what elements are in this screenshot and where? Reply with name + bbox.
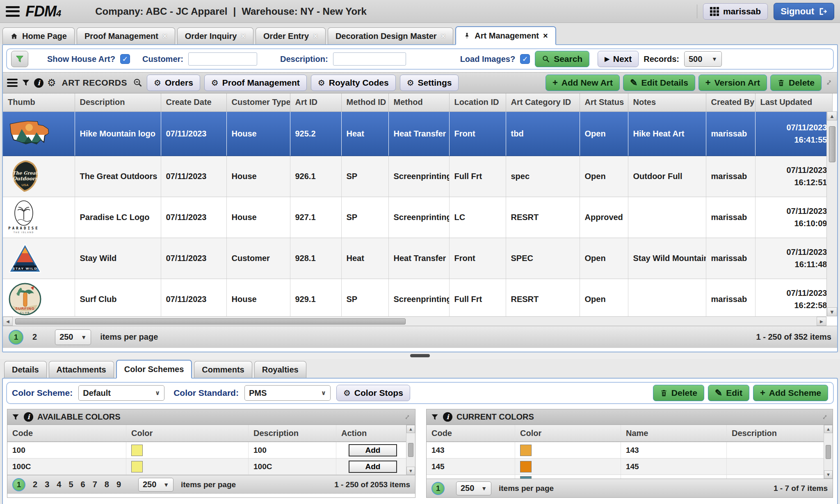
tab-attachments[interactable]: Attachments — [49, 361, 114, 378]
delete-art-button[interactable]: Delete — [770, 75, 822, 91]
table-row-hike-mountain[interactable]: Hike Mountain logo 07/11/2023 House 925.… — [3, 111, 832, 156]
page-size-select[interactable]: 250 ▼ — [456, 481, 491, 495]
col-location-id[interactable]: Location ID — [449, 93, 506, 111]
available-color-row[interactable]: 100C 100C Add — [7, 459, 415, 475]
color-stops-button[interactable]: ⚙ Color Stops — [336, 385, 410, 401]
records-select[interactable]: 500 ▼ — [684, 51, 722, 67]
edit-details-button[interactable]: ✎ Edit Details — [623, 75, 695, 91]
info-icon[interactable]: i — [443, 412, 452, 422]
table-row-surf-club[interactable]: SURFING CLUB Surf Club 07/11/2023 House … — [3, 279, 832, 316]
delete-scheme-button[interactable]: Delete — [653, 385, 704, 401]
description-input[interactable] — [333, 52, 406, 66]
col-notes[interactable]: Notes — [628, 93, 706, 111]
col-description[interactable]: Description — [249, 425, 336, 441]
col-description[interactable]: Description — [75, 93, 161, 111]
close-tab-icon[interactable]: × — [441, 32, 446, 41]
col-method[interactable]: Method — [388, 93, 449, 111]
add-scheme-button[interactable]: + Add Scheme — [753, 385, 828, 401]
col-art-id[interactable]: Art ID — [290, 93, 341, 111]
page-8-button[interactable]: 8 — [105, 480, 109, 489]
add-color-button[interactable]: Add — [349, 461, 397, 473]
col-name[interactable]: Name — [621, 425, 727, 441]
col-created-by[interactable]: Created By — [706, 93, 755, 111]
splitter-grip[interactable] — [410, 354, 430, 357]
current-colors-scrollbar[interactable]: ▲ ▼ — [824, 425, 833, 479]
scrollbar-thumb[interactable] — [826, 445, 831, 459]
show-house-art-checkbox[interactable]: ✓ — [120, 54, 130, 64]
edit-scheme-button[interactable]: ✎ Edit — [708, 385, 749, 401]
col-description[interactable]: Description — [727, 425, 827, 441]
scroll-down-icon[interactable]: ▼ — [824, 470, 833, 479]
col-last-updated[interactable]: Last Updated — [755, 93, 832, 111]
filter-button[interactable] — [11, 51, 28, 67]
close-tab-icon[interactable]: × — [543, 31, 548, 41]
current-color-row[interactable]: 143 143 — [427, 442, 833, 459]
page-1-button[interactable]: 1 — [12, 478, 25, 491]
version-art-button[interactable]: + Version Art — [698, 75, 767, 91]
page-size-select[interactable]: 250 ▼ — [55, 329, 91, 345]
next-button[interactable]: ▶ Next — [598, 51, 639, 67]
col-code[interactable]: Code — [427, 425, 515, 441]
table-row-stay-wild[interactable]: STAY WILD Stay Wild 07/11/2023 Customer … — [3, 238, 832, 279]
scroll-right-icon[interactable]: ► — [817, 317, 826, 326]
grid-menu-icon[interactable] — [7, 79, 18, 87]
grid-settings-icon[interactable]: ⚙ — [47, 78, 56, 88]
page-2-button[interactable]: 2 — [33, 480, 37, 489]
panel-splitter[interactable] — [0, 352, 840, 359]
tab-art-management[interactable]: Art Management × — [455, 26, 556, 45]
tab-color-schemes[interactable]: Color Schemes — [116, 360, 192, 379]
scroll-up-icon[interactable]: ▲ — [824, 425, 833, 433]
close-tab-icon[interactable]: × — [313, 32, 318, 41]
page-7-button[interactable]: 7 — [93, 480, 97, 489]
scroll-left-icon[interactable]: ◄ — [3, 317, 13, 326]
col-action[interactable]: Action — [336, 425, 409, 441]
grid-vertical-scrollbar[interactable]: ▲ ▼ — [826, 111, 837, 316]
grid-info-icon[interactable]: i — [34, 78, 43, 88]
col-customer-type[interactable]: Customer Type — [226, 93, 290, 111]
add-new-art-button[interactable]: + Add New Art — [546, 75, 620, 91]
grid-horizontal-scrollbar[interactable]: ◄ ► — [3, 316, 826, 326]
tab-comments[interactable]: Comments — [194, 361, 252, 378]
current-color-row-partial[interactable] — [427, 475, 833, 479]
table-row-great-outdoors[interactable]: The Great Outdoors USA The Great Outdoor… — [3, 156, 832, 197]
scroll-down-icon[interactable]: ▼ — [406, 467, 415, 475]
orders-button[interactable]: ⚙ Orders — [147, 75, 200, 91]
signout-button[interactable]: Signout — [774, 3, 834, 20]
close-tab-icon[interactable]: × — [241, 32, 246, 41]
close-tab-icon[interactable]: × — [162, 32, 167, 41]
col-method-id[interactable]: Method ID — [341, 93, 388, 111]
col-code[interactable]: Code — [7, 425, 126, 441]
page-9-button[interactable]: 9 — [116, 480, 121, 489]
settings-button[interactable]: ⚙ Settings — [400, 75, 459, 91]
scrollbar-thumb[interactable] — [15, 318, 406, 325]
tab-details[interactable]: Details — [4, 361, 47, 378]
page-4-button[interactable]: 4 — [57, 480, 61, 489]
proof-management-button[interactable]: ⚙ Proof Management — [204, 75, 307, 91]
col-thumb[interactable]: Thumb — [3, 93, 75, 111]
page-3-button[interactable]: 3 — [45, 480, 49, 489]
col-art-status[interactable]: Art Status — [580, 93, 628, 111]
tab-royalties[interactable]: Royalties — [254, 361, 306, 378]
search-button[interactable]: Search — [535, 51, 589, 67]
customer-input[interactable] — [188, 52, 257, 66]
color-standard-select[interactable]: PMS ∨ — [244, 385, 331, 401]
tab-order-inquiry[interactable]: Order Inquiry × — [177, 27, 253, 44]
scroll-down-icon[interactable]: ▼ — [827, 307, 837, 316]
page-1-button[interactable]: 1 — [431, 482, 445, 495]
info-icon[interactable]: i — [24, 412, 33, 422]
filter-icon[interactable] — [431, 413, 439, 421]
zoom-out-icon[interactable] — [133, 78, 143, 88]
scroll-up-icon[interactable]: ▲ — [827, 111, 837, 120]
load-images-checkbox[interactable]: ✓ — [520, 54, 530, 64]
add-color-button[interactable]: Add — [349, 444, 397, 456]
filter-icon[interactable] — [11, 413, 20, 421]
page-1-button[interactable]: 1 — [9, 330, 23, 345]
royalty-codes-button[interactable]: ⚙ Royalty Codes — [311, 75, 396, 91]
tab-decoration-design-master[interactable]: Decoration Design Master × — [328, 27, 453, 44]
expand-grid-icon[interactable] — [825, 79, 833, 87]
grid-filter-icon[interactable] — [21, 78, 30, 87]
col-color[interactable]: Color — [126, 425, 249, 441]
page-2-button[interactable]: 2 — [32, 332, 37, 342]
main-menu-icon[interactable] — [6, 6, 20, 17]
col-color[interactable]: Color — [515, 425, 621, 441]
